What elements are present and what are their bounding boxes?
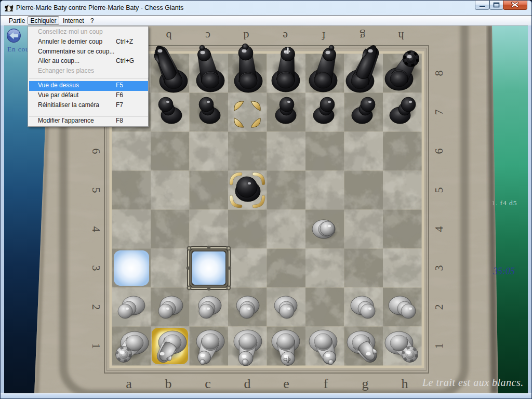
svg-text:8: 8	[432, 71, 445, 76]
svg-text:a: a	[126, 376, 132, 391]
svg-text:5: 5	[90, 188, 103, 193]
svg-text:1: 1	[432, 343, 445, 349]
svg-text:d: d	[244, 30, 249, 43]
svg-text:6: 6	[90, 149, 103, 154]
svg-text:b: b	[165, 376, 172, 391]
svg-text:4: 4	[432, 227, 445, 232]
svg-text:h: h	[402, 376, 408, 391]
svg-text:c: c	[205, 376, 211, 391]
svg-text:d: d	[244, 376, 251, 391]
svg-text:g: g	[362, 376, 369, 391]
svg-text:4: 4	[90, 227, 103, 232]
svg-text:2: 2	[90, 304, 103, 310]
svg-text:f: f	[324, 376, 328, 391]
svg-text:5: 5	[432, 188, 445, 193]
svg-text:7: 7	[432, 110, 445, 115]
svg-text:h: h	[398, 30, 404, 43]
svg-text:e: e	[283, 30, 288, 43]
svg-text:3: 3	[432, 265, 445, 271]
svg-text:1: 1	[90, 343, 103, 349]
svg-text:b: b	[166, 30, 172, 43]
svg-text:2: 2	[432, 304, 445, 310]
svg-text:g: g	[360, 30, 366, 43]
svg-text:e: e	[283, 376, 289, 391]
svg-text:c: c	[205, 30, 210, 43]
svg-text:f: f	[322, 30, 326, 43]
svg-text:6: 6	[432, 149, 445, 154]
svg-text:3: 3	[90, 265, 103, 271]
